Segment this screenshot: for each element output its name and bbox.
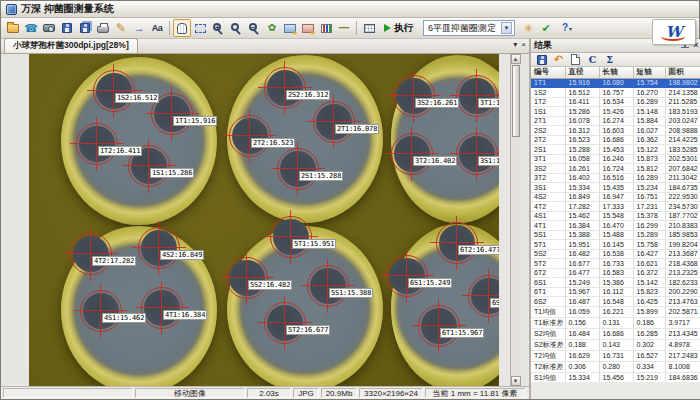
tab-active-image[interactable]: 小球芽孢杆菌300dpi.jpg[28%] (4, 38, 138, 53)
result-row-T2标准差[interactable]: T2标准差0.3060.2800.3348.1008 (531, 361, 700, 372)
result-row-3T2[interactable]: 3T216.40216.51616.289211.3042 (531, 173, 700, 183)
inhibition-zone-4S2[interactable]: 4S2:16.849 (141, 230, 177, 266)
inhibition-zone-6S1[interactable]: 6S1:15.249 (389, 258, 425, 294)
inhibition-zone-3S2[interactable]: 3S2:16.261 (396, 78, 432, 114)
result-row-2T1[interactable]: 2T116.07816.27415.884203.0247 (531, 116, 700, 126)
result-row-S2标准差[interactable]: S2标准差0.1880.1430.3024.8978 (531, 339, 700, 350)
result-row-1S1[interactable]: 1S115.28615.42615.148183.5193 (531, 107, 700, 117)
measure-edit-icon[interactable] (317, 19, 335, 37)
result-row-3S2[interactable]: 3S216.26116.72415.812207.6842 (531, 164, 700, 174)
scroll-up-icon[interactable]: ▲ (511, 54, 521, 64)
erase-icon[interactable]: — (335, 19, 353, 37)
zone-label-5T2[interactable]: 5T2:16.677 (286, 325, 330, 335)
zoom-out-icon[interactable]: − (245, 19, 263, 37)
result-row-1T2[interactable]: 1T216.41116.53416.289211.5285 (531, 97, 700, 107)
inhibition-zone-6T2[interactable]: 6T2:16.477 (439, 225, 475, 261)
result-row-3S1[interactable]: 3S115.33415.43515.234184.6735 (531, 183, 700, 193)
inhibition-zone-5T1[interactable]: 5T1:15.951 (273, 219, 309, 255)
inhibition-zone-4T1[interactable]: 4T1:16.384 (144, 290, 180, 326)
close-view-icon[interactable]: × (521, 41, 526, 49)
save-as-icon[interactable] (76, 19, 94, 37)
execute-button[interactable]: 执行 (378, 19, 419, 37)
zone-label-5S2[interactable]: 5S2:16.482 (248, 280, 292, 290)
inhibition-zone-2S2[interactable]: 2S2:16.312 (267, 70, 303, 106)
zone-label-3T1[interactable]: 3T1:16.058 (478, 98, 499, 108)
zone-label-4T1[interactable]: 4T1:16.384 (163, 310, 207, 320)
zone-label-4S1[interactable]: 4S1:15.462 (102, 313, 146, 323)
zone-label-1T2[interactable]: 1T2:16.411 (98, 146, 142, 156)
result-row-S2均值[interactable]: S2均值16.48416.68616.285213.4345 (531, 328, 700, 339)
inhibition-zone-5S1[interactable]: 5S1:15.388 (310, 268, 346, 304)
result-row-4T1[interactable]: 4T116.38416.47016.299210.8383 (531, 221, 700, 231)
specimen-image[interactable]: 1S2:16.5121T1:15.9161T2:16.4111S1:15.286… (29, 54, 499, 386)
result-row-2S2[interactable]: 2S216.31216.60316.027208.9888 (531, 126, 700, 136)
clear-results-icon[interactable]: C (585, 53, 600, 66)
chevron-down-icon[interactable]: ▼ (501, 22, 512, 34)
result-row-1T1[interactable]: 1T115.91616.08015.754198.9802 (531, 78, 700, 88)
sample-mark-icon[interactable] (299, 19, 317, 37)
report-grid-icon[interactable] (360, 19, 378, 37)
zone-label-3S1[interactable]: 3S1:15.334 (478, 156, 499, 166)
zone-label-6T1[interactable]: 6T1:15.967 (440, 328, 484, 338)
save-icon[interactable] (58, 19, 76, 37)
inhibition-zone-1T1[interactable]: 1T1:15.916 (154, 96, 190, 132)
inhibition-zone-4S1[interactable]: 4S1:15.462 (83, 293, 119, 329)
sum-sigma-icon[interactable]: Σ (602, 53, 617, 66)
settings-gear-icon[interactable]: ✳ (519, 19, 537, 37)
zone-label-6S2[interactable]: 6S2:16.487 (490, 298, 499, 308)
inhibition-zone-2S1[interactable]: 2S1:15.288 (280, 151, 316, 187)
zone-label-2S1[interactable]: 2S1:15.288 (299, 171, 343, 181)
print-icon[interactable] (94, 19, 112, 37)
tab-list-chevron-icon[interactable]: ▾ (513, 41, 517, 49)
text-label-icon[interactable]: Aa (148, 19, 166, 37)
select-region-icon[interactable] (191, 19, 209, 37)
result-row-T1均值[interactable]: T1均值16.05916.22115.899202.5871 (531, 306, 700, 317)
confirm-check-icon[interactable]: ✔ (537, 19, 555, 37)
copy-results-icon[interactable] (568, 53, 583, 66)
inhibition-zone-3T1[interactable]: 3T1:16.058 (459, 78, 495, 114)
zone-label-3S2[interactable]: 3S2:16.261 (415, 98, 459, 108)
export-results-icon[interactable] (534, 53, 549, 66)
help-dropdown-icon[interactable]: ▾ (569, 25, 572, 32)
export-icon[interactable]: → (130, 19, 148, 37)
result-row-4S2[interactable]: 4S216.84916.94716.751222.9530 (531, 192, 700, 202)
calibration-icon[interactable] (281, 19, 299, 37)
result-row-2S1[interactable]: 2S115.28815.45315.122183.5285 (531, 145, 700, 155)
result-row-6S2[interactable]: 6S216.48716.54816.425213.4763 (531, 297, 700, 307)
annotate-pencil-icon[interactable]: ✎ (112, 19, 130, 37)
zone-label-1S1[interactable]: 1S1:15.286 (150, 168, 194, 178)
result-row-6S1[interactable]: 6S115.24915.38615.142182.6233 (531, 278, 700, 288)
open-image-icon[interactable] (4, 19, 22, 37)
method-combobox[interactable]: 6平皿抑菌圈测定 ▼ (423, 20, 515, 36)
zone-label-2S2[interactable]: 2S2:16.312 (286, 90, 330, 100)
scroll-down-icon[interactable]: ▼ (511, 376, 521, 386)
zoom-in-icon[interactable]: + (209, 19, 227, 37)
undo-icon[interactable]: ↶ (551, 53, 566, 66)
pan-hand-icon[interactable] (173, 19, 191, 37)
help-icon[interactable]: ?▾ (555, 19, 579, 37)
column-header-0[interactable]: 编号 (531, 67, 565, 78)
inhibition-zone-3S1[interactable]: 3S1:15.334 (459, 136, 495, 172)
column-header-3[interactable]: 短轴 (633, 67, 665, 78)
result-row-5T2[interactable]: 5T216.67716.73316.621218.4368 (531, 259, 700, 269)
result-row-5T1[interactable]: 5T115.95116.14515.758199.8204 (531, 240, 700, 250)
inhibition-zone-2T2[interactable]: 2T2:16.523 (232, 118, 268, 154)
zone-label-6S1[interactable]: 6S1:15.249 (408, 278, 452, 288)
camera-capture-icon[interactable] (40, 19, 58, 37)
vertical-scrollbar[interactable]: ▲ ▼ (510, 54, 520, 386)
scrollbar-thumb[interactable] (512, 65, 520, 137)
inhibition-zone-5S2[interactable]: 5S2:16.482 (229, 260, 265, 296)
result-row-5S2[interactable]: 5S216.48216.53816.427213.3687 (531, 249, 700, 259)
color-sample-icon[interactable]: ✿ (263, 19, 281, 37)
inhibition-zone-1S2[interactable]: 1S2:16.512 (96, 73, 132, 109)
zoom-cursor-icon[interactable] (227, 19, 245, 37)
result-row-T2均值[interactable]: T2均值16.62916.73116.527217.2483 (531, 350, 700, 361)
result-row-T1标准差[interactable]: T1标准差0.1560.1310.1863.9717 (531, 317, 700, 328)
result-row-6T1[interactable]: 6T115.96716.11215.823200.2290 (531, 287, 700, 297)
result-row-4T2[interactable]: 4T217.28217.33317.231234.5730 (531, 202, 700, 212)
result-row-6T2[interactable]: 6T216.47716.58316.372213.2325 (531, 268, 700, 278)
result-row-2T2[interactable]: 2T216.52316.68616.362214.4225 (531, 135, 700, 145)
inhibition-zone-1T2[interactable]: 1T2:16.411 (79, 126, 115, 162)
zone-label-6T2[interactable]: 6T2:16.477 (458, 245, 499, 255)
inhibition-zone-2T1[interactable]: 2T1:16.078 (316, 104, 352, 140)
